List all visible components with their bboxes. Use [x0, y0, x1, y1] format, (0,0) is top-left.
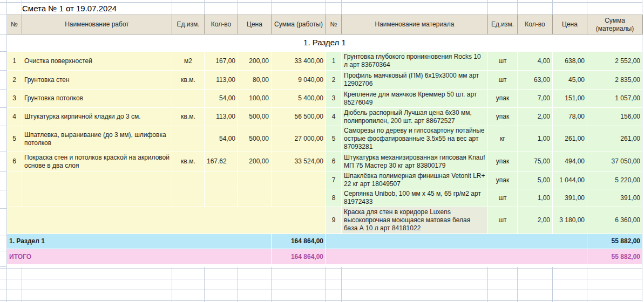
works-cell-num[interactable]: 5: [7, 126, 22, 152]
materials-cell-name[interactable]: Крепление для маячков Креммер 50 шт. арт…: [342, 90, 488, 108]
empty-works-merged-cell[interactable]: [7, 207, 326, 234]
materials-cell-num[interactable]: 7: [326, 171, 342, 189]
materials-cell-num[interactable]: 8: [326, 189, 342, 207]
grand-total-spacer[interactable]: [326, 249, 587, 265]
works-cell-name[interactable]: Грунтовка потолков: [22, 90, 172, 108]
works-cell-price[interactable]: 80,00: [238, 71, 272, 90]
empty-works-cell[interactable]: [172, 171, 205, 189]
materials-cell-sum[interactable]: 1 057,00: [587, 90, 643, 108]
materials-cell-price[interactable]: 78,00: [553, 108, 587, 126]
works-cell-qty[interactable]: 167,00: [205, 52, 238, 71]
materials-cell-qty[interactable]: 2,00: [518, 108, 553, 126]
works-cell-qty[interactable]: 113,00: [205, 71, 238, 90]
materials-cell-qty[interactable]: 75,00: [518, 152, 553, 171]
materials-cell-num[interactable]: 3: [326, 90, 342, 108]
materials-header-sum[interactable]: Сумма (материалы): [587, 15, 643, 35]
works-cell-name[interactable]: Очистка поверхностей: [22, 52, 172, 71]
works-cell-name[interactable]: Грунтовка стен: [22, 71, 172, 90]
works-cell-sum[interactable]: 33 400,00: [272, 52, 326, 71]
materials-cell-unit[interactable]: шт: [488, 71, 518, 90]
materials-cell-unit[interactable]: упак: [488, 108, 518, 126]
empty-works-cell[interactable]: [205, 171, 238, 189]
materials-cell-price[interactable]: 45,00: [553, 71, 587, 90]
materials-cell-sum[interactable]: 261,00: [587, 126, 643, 152]
works-cell-name[interactable]: Штукатурка кирпичной кладки до 3 см.: [22, 108, 172, 126]
materials-cell-qty[interactable]: 1,00: [518, 126, 553, 152]
materials-cell-name[interactable]: Шпаклёвка полимерная финишная Vetonit LR…: [342, 171, 488, 189]
materials-cell-unit[interactable]: шт: [488, 189, 518, 207]
materials-header-num[interactable]: №: [326, 15, 342, 35]
works-cell-name[interactable]: Шпатлевка, выранивание (до 3 мм), шлифов…: [22, 126, 172, 152]
materials-cell-name[interactable]: Штукатурка механизированная гипсовая Kna…: [342, 152, 488, 171]
materials-header-unit[interactable]: Ед.изм.: [488, 15, 518, 35]
empty-works-cell[interactable]: [205, 189, 238, 207]
section-header-cell[interactable]: 1. Раздел 1: [7, 35, 643, 52]
materials-cell-sum[interactable]: 6 360,00: [587, 207, 643, 234]
works-cell-sum[interactable]: 56 500,00: [272, 108, 326, 126]
materials-cell-sum[interactable]: 5 220,00: [587, 171, 643, 189]
works-cell-unit[interactable]: кв.м.: [172, 152, 205, 171]
materials-header-price[interactable]: Цена: [553, 15, 587, 35]
section-total-materials-sum[interactable]: 55 882,00: [587, 234, 643, 249]
materials-cell-name[interactable]: Грунтовка глубокого проникновения Rocks …: [342, 52, 488, 71]
works-cell-name[interactable]: Покраска стен и потолков краской на акри…: [22, 152, 172, 171]
works-cell-unit[interactable]: м2: [172, 52, 205, 71]
materials-cell-name[interactable]: Дюбель распорный Лучшая цена 6х30 мм, по…: [342, 108, 488, 126]
sheet-title[interactable]: Смета № 1 от 19.07.2024: [22, 3, 117, 15]
works-cell-unit[interactable]: [172, 90, 205, 108]
works-cell-qty[interactable]: 113,00: [205, 108, 238, 126]
empty-works-cell[interactable]: [172, 189, 205, 207]
works-header-num[interactable]: №: [7, 15, 22, 35]
materials-cell-sum[interactable]: 2 835,00: [587, 71, 643, 90]
works-header-name[interactable]: Наименование работ: [22, 15, 172, 35]
empty-works-cell[interactable]: [272, 171, 326, 189]
materials-cell-unit[interactable]: шт: [488, 52, 518, 71]
materials-cell-name[interactable]: Саморезы по дереву и гипсокартону потайн…: [342, 126, 488, 152]
materials-cell-num[interactable]: 9: [326, 207, 342, 234]
empty-works-cell[interactable]: [22, 171, 172, 189]
empty-works-cell[interactable]: [7, 189, 22, 207]
materials-cell-unit[interactable]: кг: [488, 126, 518, 152]
materials-cell-name[interactable]: Краска для стен в коридоре Luxens высоко…: [342, 207, 488, 234]
materials-cell-qty[interactable]: 2,00: [518, 207, 553, 234]
works-cell-num[interactable]: 3: [7, 90, 22, 108]
section-total-works-sum[interactable]: 164 864,00: [272, 234, 326, 249]
empty-works-cell[interactable]: [22, 189, 172, 207]
materials-cell-price[interactable]: 151,00: [553, 90, 587, 108]
works-header-unit[interactable]: Ед.изм.: [172, 15, 205, 35]
section-total-label[interactable]: 1. Раздел 1: [7, 234, 272, 249]
works-cell-price[interactable]: 500,00: [238, 126, 272, 152]
materials-header-qty[interactable]: Кол-во: [518, 15, 553, 35]
works-cell-sum[interactable]: 27 000,00: [272, 126, 326, 152]
materials-cell-sum[interactable]: 2 552,00: [587, 52, 643, 71]
works-cell-num[interactable]: 1: [7, 52, 22, 71]
materials-cell-qty[interactable]: 7,00: [518, 90, 553, 108]
materials-cell-qty[interactable]: 1,00: [518, 189, 553, 207]
works-cell-sum[interactable]: 33 524,00: [272, 152, 326, 171]
materials-cell-unit[interactable]: шт: [488, 207, 518, 234]
materials-header-name[interactable]: Наименование материала: [342, 15, 488, 35]
works-cell-qty[interactable]: 54,00: [205, 90, 238, 108]
materials-cell-sum[interactable]: 391,00: [587, 189, 643, 207]
works-header-sum[interactable]: Сумма (работы): [272, 15, 326, 35]
materials-cell-price[interactable]: 391,00: [553, 189, 587, 207]
works-cell-price[interactable]: 200,00: [238, 52, 272, 71]
materials-cell-num[interactable]: 6: [326, 152, 342, 171]
materials-cell-sum[interactable]: 156,00: [587, 108, 643, 126]
materials-cell-price[interactable]: 1 044,00: [553, 171, 587, 189]
grand-total-works-sum[interactable]: 164 864,00: [272, 249, 326, 265]
materials-cell-num[interactable]: 4: [326, 108, 342, 126]
works-cell-qty[interactable]: 167.62: [205, 152, 238, 171]
materials-cell-qty[interactable]: 4,00: [518, 52, 553, 71]
works-cell-sum[interactable]: 9 040,00: [272, 71, 326, 90]
works-cell-unit[interactable]: [172, 126, 205, 152]
empty-works-cell[interactable]: [7, 171, 22, 189]
section-total-spacer[interactable]: [326, 234, 587, 249]
empty-works-cell[interactable]: [272, 189, 326, 207]
works-cell-sum[interactable]: 5 400,00: [272, 90, 326, 108]
materials-cell-qty[interactable]: 5,00: [518, 171, 553, 189]
materials-cell-num[interactable]: 5: [326, 126, 342, 152]
works-header-price[interactable]: Цена: [238, 15, 272, 35]
materials-cell-unit[interactable]: упак: [488, 90, 518, 108]
works-header-qty[interactable]: Кол-во: [205, 15, 238, 35]
